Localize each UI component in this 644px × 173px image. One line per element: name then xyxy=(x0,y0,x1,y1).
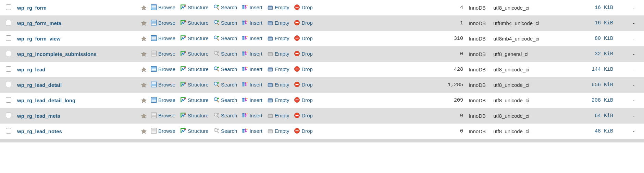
table-name-link[interactable]: wp_rg_lead_detail xyxy=(17,82,62,88)
search-action[interactable]: Search xyxy=(213,97,237,103)
search-action[interactable]: Search xyxy=(213,50,237,57)
row-checkbox[interactable] xyxy=(6,20,11,25)
drop-label: Drop xyxy=(301,66,313,72)
favorite-button[interactable] xyxy=(141,66,147,72)
collation: utf8_unicode_ci xyxy=(493,0,572,15)
search-action[interactable]: Search xyxy=(213,112,237,118)
table-name-link[interactable]: wp_rg_form xyxy=(17,5,47,11)
table-name-link[interactable]: wp_rg_lead_meta xyxy=(17,113,60,119)
search-action[interactable]: Search xyxy=(213,20,237,26)
browse-action[interactable]: Browse xyxy=(151,112,175,118)
browse-action[interactable]: Browse xyxy=(151,81,175,88)
row-checkbox[interactable] xyxy=(6,97,11,103)
structure-action[interactable]: Structure xyxy=(180,20,209,26)
empty-action[interactable]: Empty xyxy=(267,20,289,26)
table-name-link[interactable]: wp_rg_form_meta xyxy=(17,20,61,26)
structure-action[interactable]: Structure xyxy=(180,35,209,41)
browse-action[interactable]: Browse xyxy=(151,66,175,72)
favorite-button[interactable] xyxy=(141,82,147,88)
search-action[interactable]: Search xyxy=(213,4,237,10)
browse-label: Browse xyxy=(158,113,175,118)
browse-action[interactable]: Browse xyxy=(151,20,175,26)
browse-action[interactable]: Browse xyxy=(151,4,175,10)
favorite-button[interactable] xyxy=(141,128,147,134)
search-action[interactable]: Search xyxy=(213,35,237,41)
browse-action[interactable]: Browse xyxy=(151,97,175,103)
insert-action[interactable]: Insert xyxy=(242,66,262,72)
structure-action[interactable]: Structure xyxy=(180,66,209,72)
drop-action[interactable]: Drop xyxy=(294,112,313,118)
favorite-button[interactable] xyxy=(141,113,147,118)
drop-action[interactable]: Drop xyxy=(294,128,313,134)
favorite-button[interactable] xyxy=(141,97,147,103)
table-name-link[interactable]: wp_rg_lead_notes xyxy=(17,128,62,134)
search-action[interactable]: Search xyxy=(213,66,237,72)
drop-action[interactable]: Drop xyxy=(294,4,313,10)
browse-icon xyxy=(151,35,157,41)
structure-action[interactable]: Structure xyxy=(180,112,209,118)
empty-label: Empty xyxy=(275,4,289,10)
row-checkbox[interactable] xyxy=(6,66,11,72)
table-name-link[interactable]: wp_rg_incomplete_submissions xyxy=(17,51,97,57)
overhead: - xyxy=(623,93,644,108)
browse-action[interactable]: Browse xyxy=(151,35,175,41)
structure-action[interactable]: Structure xyxy=(180,97,209,103)
structure-action[interactable]: Structure xyxy=(180,128,209,134)
structure-action[interactable]: Structure xyxy=(180,4,209,10)
empty-action[interactable]: Empty xyxy=(267,97,289,103)
empty-action[interactable]: Empty xyxy=(267,4,289,10)
empty-action[interactable]: Empty xyxy=(267,50,289,57)
insert-action[interactable]: Insert xyxy=(242,112,262,118)
browse-action[interactable]: Browse xyxy=(151,128,175,134)
drop-action[interactable]: Drop xyxy=(294,81,313,88)
insert-action[interactable]: Insert xyxy=(242,4,262,10)
insert-action[interactable]: Insert xyxy=(242,97,262,103)
row-count: 1,285 xyxy=(428,77,466,93)
insert-action[interactable]: Insert xyxy=(242,35,262,41)
favorite-button[interactable] xyxy=(141,51,147,57)
search-action[interactable]: Search xyxy=(213,128,237,134)
size: 80 KiB xyxy=(572,31,623,46)
insert-action[interactable]: Insert xyxy=(242,50,262,57)
structure-icon xyxy=(180,128,186,134)
table-name-link[interactable]: wp_rg_lead_detail_long xyxy=(17,97,75,103)
insert-action[interactable]: Insert xyxy=(242,20,262,26)
insert-icon xyxy=(242,35,248,41)
empty-action[interactable]: Empty xyxy=(267,128,289,134)
insert-action[interactable]: Insert xyxy=(242,81,262,88)
collation: utf8_unicode_ci xyxy=(493,108,572,124)
row-checkbox[interactable] xyxy=(6,51,11,56)
empty-label: Empty xyxy=(275,97,289,103)
browse-label: Browse xyxy=(158,128,175,134)
drop-action[interactable]: Drop xyxy=(294,35,313,41)
row-checkbox[interactable] xyxy=(6,35,11,41)
empty-action[interactable]: Empty xyxy=(267,81,289,88)
drop-action[interactable]: Drop xyxy=(294,97,313,103)
empty-action[interactable]: Empty xyxy=(267,35,289,41)
drop-label: Drop xyxy=(301,128,313,134)
structure-action[interactable]: Structure xyxy=(180,81,209,88)
favorite-button[interactable] xyxy=(141,4,147,10)
table-row: wp_rg_leadBrowseStructureSearchInsertEmp… xyxy=(0,62,644,77)
row-checkbox[interactable] xyxy=(6,4,11,10)
engine: InnoDB xyxy=(466,108,493,124)
structure-action[interactable]: Structure xyxy=(180,50,209,57)
row-checkbox[interactable] xyxy=(6,113,11,118)
empty-action[interactable]: Empty xyxy=(267,66,289,72)
favorite-button[interactable] xyxy=(141,20,147,26)
empty-action[interactable]: Empty xyxy=(267,112,289,118)
row-checkbox[interactable] xyxy=(6,82,11,87)
table-name-link[interactable]: wp_rg_form_view xyxy=(17,36,61,42)
drop-label: Drop xyxy=(301,51,313,57)
drop-action[interactable]: Drop xyxy=(294,66,313,72)
favorite-button[interactable] xyxy=(141,35,147,41)
browse-action[interactable]: Browse xyxy=(151,50,175,57)
structure-label: Structure xyxy=(188,4,209,10)
search-label: Search xyxy=(221,113,237,118)
drop-action[interactable]: Drop xyxy=(294,50,313,57)
insert-action[interactable]: Insert xyxy=(242,128,262,134)
table-name-link[interactable]: wp_rg_lead xyxy=(17,67,46,72)
search-action[interactable]: Search xyxy=(213,81,237,88)
row-checkbox[interactable] xyxy=(6,128,11,134)
drop-action[interactable]: Drop xyxy=(294,20,313,26)
